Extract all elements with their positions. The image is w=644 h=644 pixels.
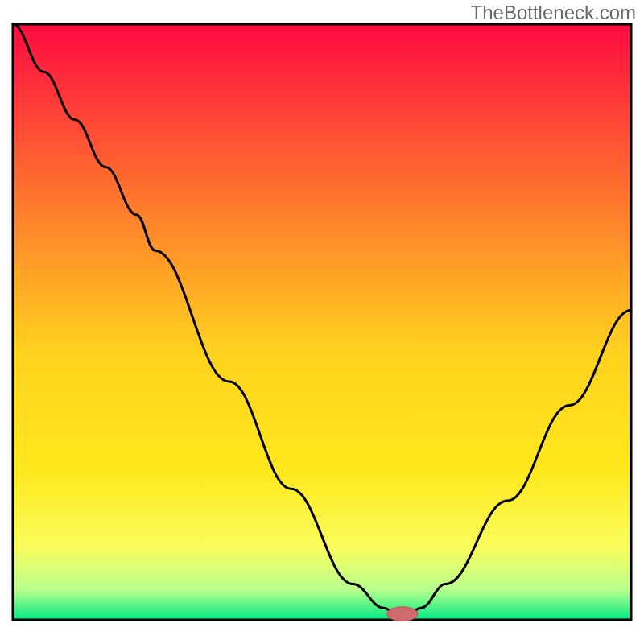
watermark-label: TheBottleneck.com <box>471 2 636 24</box>
plot-background <box>13 24 631 620</box>
chart-container: TheBottleneck.com <box>0 0 644 644</box>
bottleneck-chart <box>0 0 644 644</box>
optimal-point-marker <box>387 607 418 621</box>
